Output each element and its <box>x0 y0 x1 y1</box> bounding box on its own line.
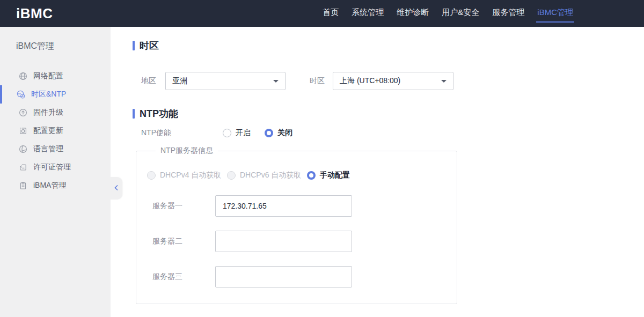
server-two-row: 服务器二 <box>147 231 457 252</box>
ntp-enable-off-radio[interactable]: 关闭 <box>265 128 292 138</box>
radio-checked-icon <box>307 171 316 180</box>
chevron-left-icon <box>114 183 119 193</box>
manual-config-radio[interactable]: 手动配置 <box>307 171 350 180</box>
sidebar-item-label: 语言管理 <box>33 144 63 154</box>
firmware-upgrade-icon <box>18 108 27 117</box>
network-icon <box>18 72 27 81</box>
top-header: iBMC 首页 系统管理 维护诊断 用户&安全 服务管理 iBMC管理 <box>0 0 644 27</box>
nav-user-security[interactable]: 用户&安全 <box>441 0 480 27</box>
radio-disabled-icon <box>227 171 236 180</box>
server-three-input[interactable] <box>215 266 352 287</box>
dhcpv4-auto-radio[interactable]: DHCPv4 自动获取 <box>147 171 227 180</box>
timezone-selected-value: 上海 (UTC+08:00) <box>340 76 400 86</box>
ntp-enable-row: NTP使能 开启 关闭 <box>141 128 644 138</box>
title-accent-bar <box>133 41 135 50</box>
sidebar-item-label: 固件升级 <box>33 108 63 117</box>
dhcpv6-auto-radio[interactable]: DHCPv6 自动获取 <box>227 171 307 180</box>
sidebar-item-ibma-management[interactable]: iBMA管理 <box>0 176 111 195</box>
sidebar-menu: 网络配置 时区&NTP 固件升级 配置更新 <box>0 67 111 195</box>
top-nav: 首页 系统管理 维护诊断 用户&安全 服务管理 iBMC管理 <box>311 0 644 27</box>
radio-disabled-icon <box>147 171 156 180</box>
sidebar-item-firmware-upgrade[interactable]: 固件升级 <box>0 104 111 122</box>
timezone-section-title: 时区 <box>133 40 644 51</box>
server-three-label: 服务器三 <box>152 272 215 282</box>
sidebar-item-config-update[interactable]: 配置更新 <box>0 122 111 140</box>
server-two-label: 服务器二 <box>152 237 215 246</box>
ibmc-logo: iBMC <box>16 5 53 22</box>
sidebar: iBMC管理 网络配置 时区&NTP 固件升级 <box>0 27 111 317</box>
region-select[interactable]: 亚洲 <box>165 72 286 90</box>
sidebar-item-label: 许可证管理 <box>33 163 71 172</box>
server-one-label: 服务器一 <box>152 201 215 211</box>
timezone-label: 时区 <box>310 76 333 86</box>
ntp-server-info-group: NTP服务器信息 DHCPv4 自动获取 DHCPv6 自动获取 手动配置 服务… <box>136 146 457 304</box>
chevron-down-icon <box>273 80 279 83</box>
ntp-enable-label: NTP使能 <box>141 128 223 138</box>
nav-home[interactable]: 首页 <box>321 0 340 27</box>
ntp-mode-row: DHCPv4 自动获取 DHCPv6 自动获取 手动配置 <box>147 171 457 180</box>
server-one-row: 服务器一 <box>147 195 457 217</box>
server-two-input[interactable] <box>215 231 352 252</box>
nav-service-management[interactable]: 服务管理 <box>491 0 525 27</box>
sidebar-item-timezone-ntp[interactable]: 时区&NTP <box>0 85 111 104</box>
sidebar-item-network-config[interactable]: 网络配置 <box>0 67 111 85</box>
sidebar-collapse-toggle[interactable] <box>111 177 122 200</box>
nav-maintenance-diagnostics[interactable]: 维护诊断 <box>396 0 430 27</box>
timezone-ntp-icon <box>16 90 25 99</box>
nav-ibmc-management[interactable]: iBMC管理 <box>536 0 574 27</box>
timezone-select[interactable]: 上海 (UTC+08:00) <box>333 72 453 90</box>
main-content: 时区 地区 亚洲 时区 上海 (UTC+08:00) NTP功能 NTP使能 开… <box>111 27 644 317</box>
ntp-server-info-legend: NTP服务器信息 <box>156 146 218 156</box>
radio-unchecked-icon <box>223 129 231 137</box>
ntp-enable-on-radio[interactable]: 开启 <box>223 128 251 138</box>
server-one-input[interactable] <box>215 195 352 217</box>
ibma-icon <box>18 181 27 190</box>
title-accent-bar <box>133 109 135 119</box>
chevron-down-icon <box>441 80 447 83</box>
section-title-text: NTP功能 <box>140 107 178 120</box>
sidebar-item-label: 时区&NTP <box>31 90 66 99</box>
radio-checked-icon <box>265 129 273 137</box>
sidebar-title: iBMC管理 <box>16 41 111 52</box>
sidebar-item-label: 网络配置 <box>33 71 63 81</box>
sidebar-item-license-management[interactable]: 许可证管理 <box>0 158 111 176</box>
sidebar-item-label: iBMA管理 <box>33 181 66 190</box>
timezone-field-row: 地区 亚洲 时区 上海 (UTC+08:00) <box>141 72 644 90</box>
nav-system-management[interactable]: 系统管理 <box>350 0 385 27</box>
section-title-text: 时区 <box>140 39 159 52</box>
server-three-row: 服务器三 <box>147 266 457 287</box>
sidebar-item-language-management[interactable]: 语言管理 <box>0 140 111 158</box>
region-label: 地区 <box>141 76 165 86</box>
config-update-icon <box>18 127 27 136</box>
sidebar-item-label: 配置更新 <box>33 126 63 136</box>
region-selected-value: 亚洲 <box>172 76 187 86</box>
ntp-section-title: NTP功能 <box>133 108 644 119</box>
language-icon <box>18 145 27 154</box>
license-icon <box>18 163 27 172</box>
